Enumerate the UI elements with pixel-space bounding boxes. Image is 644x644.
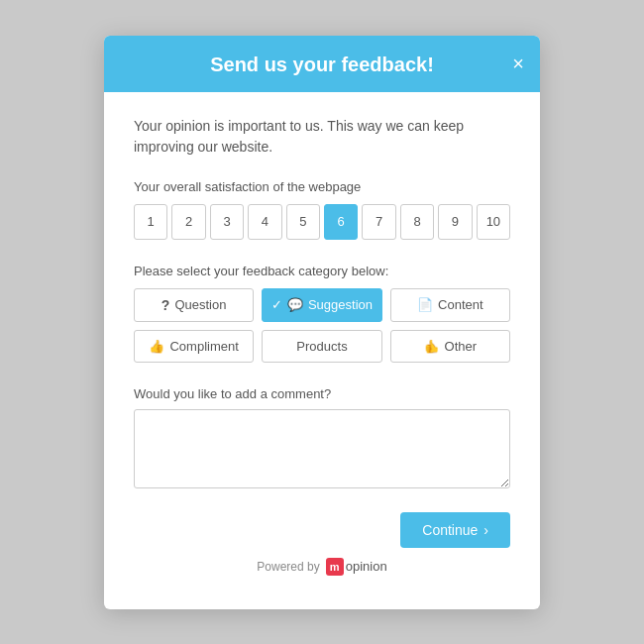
check-icon: ✓	[271, 297, 282, 312]
modal-header: Send us your feedback! ×	[104, 36, 540, 92]
rating-row: 1 2 3 4 5 6 7 8 9 10	[134, 204, 510, 240]
category-content[interactable]: 📄 Content	[390, 288, 510, 322]
rating-9[interactable]: 9	[438, 204, 472, 240]
continue-label: Continue	[422, 522, 478, 538]
rating-6[interactable]: 6	[324, 204, 358, 240]
continue-arrow-icon: ›	[483, 522, 488, 538]
comment-textarea[interactable]	[134, 409, 510, 488]
category-question-label: Question	[174, 297, 226, 312]
mopinion-logo: m opinion	[326, 558, 387, 576]
category-compliment-label: Compliment	[169, 339, 238, 354]
category-grid: ? Question ✓ 💬 Suggestion 📄 Content 👍 Co…	[134, 288, 510, 363]
powered-by-text: Powered by	[257, 560, 319, 574]
category-suggestion[interactable]: ✓ 💬 Suggestion	[262, 288, 381, 322]
rating-10[interactable]: 10	[477, 204, 510, 240]
rating-3[interactable]: 3	[210, 204, 244, 240]
other-icon: 👍	[424, 339, 440, 354]
rating-7[interactable]: 7	[362, 204, 395, 240]
close-button[interactable]: ×	[512, 54, 524, 73]
category-compliment[interactable]: 👍 Compliment	[134, 330, 254, 363]
feedback-modal: Send us your feedback! × Your opinion is…	[104, 36, 540, 609]
rating-5[interactable]: 5	[286, 204, 320, 240]
intro-text: Your opinion is important to us. This wa…	[134, 116, 510, 158]
satisfaction-label: Your overall satisfaction of the webpage	[134, 179, 510, 194]
compliment-icon: 👍	[149, 339, 164, 354]
category-products[interactable]: Products	[262, 330, 381, 363]
modal-title: Send us your feedback!	[210, 54, 434, 76]
continue-button[interactable]: Continue ›	[400, 512, 510, 548]
rating-2[interactable]: 2	[171, 204, 205, 240]
comment-label: Would you like to add a comment?	[134, 386, 510, 401]
category-products-label: Products	[296, 339, 347, 354]
brand-name: opinion	[346, 559, 387, 574]
suggestion-icon: 💬	[287, 297, 303, 312]
powered-by: Powered by m opinion	[134, 558, 510, 590]
rating-4[interactable]: 4	[248, 204, 281, 240]
category-label: Please select your feedback category bel…	[134, 264, 510, 278]
category-content-label: Content	[438, 297, 483, 312]
modal-overlay: Send us your feedback! × Your opinion is…	[0, 0, 644, 644]
category-question[interactable]: ? Question	[134, 288, 254, 322]
question-icon: ?	[161, 297, 170, 313]
rating-8[interactable]: 8	[400, 204, 434, 240]
category-other[interactable]: 👍 Other	[390, 330, 510, 363]
content-icon: 📄	[417, 297, 433, 312]
category-suggestion-label: Suggestion	[308, 297, 373, 312]
footer-row: Continue ›	[134, 512, 510, 548]
category-other-label: Other	[445, 339, 478, 354]
brand-letter: m	[326, 558, 344, 576]
modal-body: Your opinion is important to us. This wa…	[104, 92, 540, 609]
rating-1[interactable]: 1	[134, 204, 167, 240]
